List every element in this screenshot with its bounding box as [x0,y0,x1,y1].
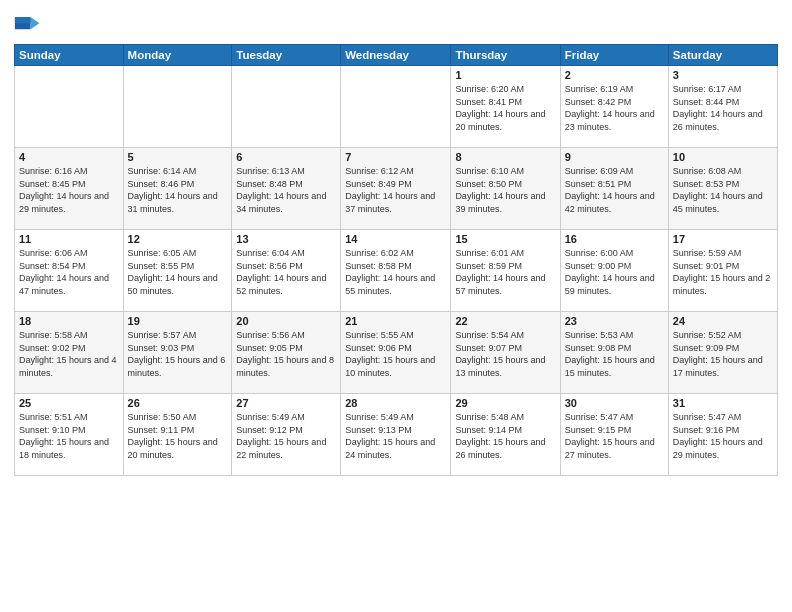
day-cell-5: 5Sunrise: 6:14 AMSunset: 8:46 PMDaylight… [123,148,232,230]
day-number: 20 [236,315,336,327]
day-info: Sunrise: 5:53 AMSunset: 9:08 PMDaylight:… [565,329,664,379]
day-number: 30 [565,397,664,409]
day-cell-3: 3Sunrise: 6:17 AMSunset: 8:44 PMDaylight… [668,66,777,148]
day-info: Sunrise: 5:52 AMSunset: 9:09 PMDaylight:… [673,329,773,379]
day-info: Sunrise: 6:00 AMSunset: 9:00 PMDaylight:… [565,247,664,297]
day-cell-20: 20Sunrise: 5:56 AMSunset: 9:05 PMDayligh… [232,312,341,394]
day-info: Sunrise: 6:09 AMSunset: 8:51 PMDaylight:… [565,165,664,215]
day-cell-18: 18Sunrise: 5:58 AMSunset: 9:02 PMDayligh… [15,312,124,394]
svg-marker-1 [31,17,40,29]
day-cell-14: 14Sunrise: 6:02 AMSunset: 8:58 PMDayligh… [341,230,451,312]
day-number: 11 [19,233,119,245]
day-number: 6 [236,151,336,163]
day-cell-15: 15Sunrise: 6:01 AMSunset: 8:59 PMDayligh… [451,230,560,312]
calendar-table: SundayMondayTuesdayWednesdayThursdayFrid… [14,44,778,476]
day-number: 26 [128,397,228,409]
day-number: 13 [236,233,336,245]
day-cell-28: 28Sunrise: 5:49 AMSunset: 9:13 PMDayligh… [341,394,451,476]
day-info: Sunrise: 6:13 AMSunset: 8:48 PMDaylight:… [236,165,336,215]
day-info: Sunrise: 5:49 AMSunset: 9:12 PMDaylight:… [236,411,336,461]
day-cell-4: 4Sunrise: 6:16 AMSunset: 8:45 PMDaylight… [15,148,124,230]
day-cell-empty-0 [15,66,124,148]
weekday-header-row: SundayMondayTuesdayWednesdayThursdayFrid… [15,45,778,66]
day-cell-23: 23Sunrise: 5:53 AMSunset: 9:08 PMDayligh… [560,312,668,394]
header [14,10,778,38]
day-number: 2 [565,69,664,81]
weekday-header-wednesday: Wednesday [341,45,451,66]
day-number: 14 [345,233,446,245]
day-info: Sunrise: 6:16 AMSunset: 8:45 PMDaylight:… [19,165,119,215]
day-info: Sunrise: 5:51 AMSunset: 9:10 PMDaylight:… [19,411,119,461]
day-info: Sunrise: 6:14 AMSunset: 8:46 PMDaylight:… [128,165,228,215]
day-cell-31: 31Sunrise: 5:47 AMSunset: 9:16 PMDayligh… [668,394,777,476]
day-info: Sunrise: 6:10 AMSunset: 8:50 PMDaylight:… [455,165,555,215]
day-number: 12 [128,233,228,245]
day-number: 5 [128,151,228,163]
day-cell-empty-2 [232,66,341,148]
day-cell-30: 30Sunrise: 5:47 AMSunset: 9:15 PMDayligh… [560,394,668,476]
day-info: Sunrise: 5:58 AMSunset: 9:02 PMDaylight:… [19,329,119,379]
day-info: Sunrise: 5:47 AMSunset: 9:15 PMDaylight:… [565,411,664,461]
day-info: Sunrise: 5:49 AMSunset: 9:13 PMDaylight:… [345,411,446,461]
weekday-header-thursday: Thursday [451,45,560,66]
day-number: 24 [673,315,773,327]
week-row-1: 1Sunrise: 6:20 AMSunset: 8:41 PMDaylight… [15,66,778,148]
day-info: Sunrise: 5:54 AMSunset: 9:07 PMDaylight:… [455,329,555,379]
day-cell-8: 8Sunrise: 6:10 AMSunset: 8:50 PMDaylight… [451,148,560,230]
day-number: 16 [565,233,664,245]
weekday-header-monday: Monday [123,45,232,66]
day-info: Sunrise: 5:55 AMSunset: 9:06 PMDaylight:… [345,329,446,379]
day-cell-empty-3 [341,66,451,148]
day-number: 28 [345,397,446,409]
day-cell-10: 10Sunrise: 6:08 AMSunset: 8:53 PMDayligh… [668,148,777,230]
day-info: Sunrise: 6:01 AMSunset: 8:59 PMDaylight:… [455,247,555,297]
day-cell-6: 6Sunrise: 6:13 AMSunset: 8:48 PMDaylight… [232,148,341,230]
day-number: 7 [345,151,446,163]
day-number: 3 [673,69,773,81]
day-cell-22: 22Sunrise: 5:54 AMSunset: 9:07 PMDayligh… [451,312,560,394]
day-number: 9 [565,151,664,163]
day-cell-9: 9Sunrise: 6:09 AMSunset: 8:51 PMDaylight… [560,148,668,230]
day-info: Sunrise: 6:08 AMSunset: 8:53 PMDaylight:… [673,165,773,215]
week-row-3: 11Sunrise: 6:06 AMSunset: 8:54 PMDayligh… [15,230,778,312]
calendar-container: SundayMondayTuesdayWednesdayThursdayFrid… [0,0,792,612]
day-number: 31 [673,397,773,409]
day-cell-empty-1 [123,66,232,148]
day-cell-19: 19Sunrise: 5:57 AMSunset: 9:03 PMDayligh… [123,312,232,394]
day-cell-24: 24Sunrise: 5:52 AMSunset: 9:09 PMDayligh… [668,312,777,394]
day-number: 1 [455,69,555,81]
day-info: Sunrise: 6:12 AMSunset: 8:49 PMDaylight:… [345,165,446,215]
day-cell-11: 11Sunrise: 6:06 AMSunset: 8:54 PMDayligh… [15,230,124,312]
day-cell-13: 13Sunrise: 6:04 AMSunset: 8:56 PMDayligh… [232,230,341,312]
day-info: Sunrise: 6:19 AMSunset: 8:42 PMDaylight:… [565,83,664,133]
day-number: 21 [345,315,446,327]
day-cell-27: 27Sunrise: 5:49 AMSunset: 9:12 PMDayligh… [232,394,341,476]
day-cell-16: 16Sunrise: 6:00 AMSunset: 9:00 PMDayligh… [560,230,668,312]
day-info: Sunrise: 6:17 AMSunset: 8:44 PMDaylight:… [673,83,773,133]
day-info: Sunrise: 5:59 AMSunset: 9:01 PMDaylight:… [673,247,773,297]
day-cell-7: 7Sunrise: 6:12 AMSunset: 8:49 PMDaylight… [341,148,451,230]
day-cell-25: 25Sunrise: 5:51 AMSunset: 9:10 PMDayligh… [15,394,124,476]
day-number: 18 [19,315,119,327]
day-number: 8 [455,151,555,163]
weekday-header-tuesday: Tuesday [232,45,341,66]
day-number: 19 [128,315,228,327]
day-number: 27 [236,397,336,409]
day-number: 15 [455,233,555,245]
day-info: Sunrise: 5:50 AMSunset: 9:11 PMDaylight:… [128,411,228,461]
weekday-header-sunday: Sunday [15,45,124,66]
day-number: 22 [455,315,555,327]
day-info: Sunrise: 6:06 AMSunset: 8:54 PMDaylight:… [19,247,119,297]
day-number: 25 [19,397,119,409]
day-info: Sunrise: 5:47 AMSunset: 9:16 PMDaylight:… [673,411,773,461]
logo [14,10,45,38]
day-info: Sunrise: 5:48 AMSunset: 9:14 PMDaylight:… [455,411,555,461]
day-info: Sunrise: 5:56 AMSunset: 9:05 PMDaylight:… [236,329,336,379]
day-number: 10 [673,151,773,163]
day-number: 29 [455,397,555,409]
day-cell-1: 1Sunrise: 6:20 AMSunset: 8:41 PMDaylight… [451,66,560,148]
day-info: Sunrise: 6:05 AMSunset: 8:55 PMDaylight:… [128,247,228,297]
svg-rect-2 [15,17,31,23]
day-number: 17 [673,233,773,245]
weekday-header-friday: Friday [560,45,668,66]
